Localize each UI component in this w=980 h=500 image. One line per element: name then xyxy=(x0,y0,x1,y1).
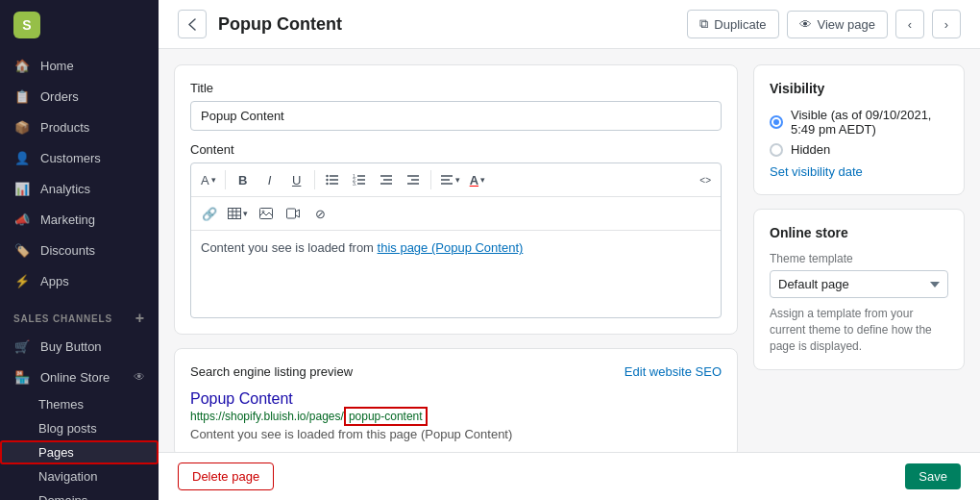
sidebar-item-label: Customers xyxy=(40,151,101,165)
seo-card: Search engine listing preview Edit websi… xyxy=(174,348,738,452)
sidebar-sub-navigation[interactable]: Navigation xyxy=(0,464,159,488)
table-dropdown[interactable]: ▾ xyxy=(224,206,252,221)
clear-format-button[interactable]: ⊘ xyxy=(307,201,332,226)
sidebar-item-label: Discounts xyxy=(40,243,95,258)
view-page-button[interactable]: 👁 View page xyxy=(787,11,888,38)
seo-section-header: Search engine listing preview Edit websi… xyxy=(190,364,722,379)
visibility-card: Visibility Visible (as of 09/10/2021, 5:… xyxy=(753,64,965,195)
editor-body[interactable]: Content you see is loaded from this page… xyxy=(191,231,721,317)
divider xyxy=(314,170,315,189)
sidebar-logo: S xyxy=(0,0,159,50)
sidebar-item-products[interactable]: 📦 Products xyxy=(0,112,159,142)
sidebar-item-discounts[interactable]: 🏷️ Discounts xyxy=(0,235,159,265)
save-button[interactable]: Save xyxy=(905,463,961,489)
duplicate-button[interactable]: ⧉ Duplicate xyxy=(687,10,778,38)
edit-seo-link[interactable]: Edit website SEO xyxy=(625,364,722,379)
indent-button[interactable] xyxy=(401,167,426,192)
main-panel: Title Content A ▾ B I U xyxy=(174,64,738,437)
sidebar-item-label: Products xyxy=(40,120,89,135)
seo-section-label: Search engine listing preview xyxy=(190,364,353,379)
shopify-logo-icon: S xyxy=(13,12,40,38)
online-store-icon: 🏪 xyxy=(13,368,31,386)
online-store-card: Online store Theme template Default page… xyxy=(753,209,965,370)
prev-page-button[interactable]: ‹ xyxy=(895,10,924,38)
home-icon: 🏠 xyxy=(13,57,31,74)
page-title: Popup Content xyxy=(218,14,342,35)
duplicate-icon: ⧉ xyxy=(699,16,708,32)
sidebar-item-marketing[interactable]: 📣 Marketing xyxy=(0,204,159,235)
buy-button-icon: 🛒 xyxy=(13,338,31,355)
ul-button[interactable] xyxy=(320,167,345,192)
content-area: Title Content A ▾ B I U xyxy=(159,49,980,452)
content-editor: A ▾ B I U 1.2.3. xyxy=(190,162,722,318)
image-button[interactable] xyxy=(254,201,279,226)
sidebar-sub-domains[interactable]: Domains xyxy=(0,488,159,500)
add-sales-channel-icon[interactable]: + xyxy=(135,310,145,327)
sidebar-sub-pages[interactable]: Pages xyxy=(0,440,159,464)
sidebar-sub-blog-posts[interactable]: Blog posts xyxy=(0,416,159,440)
sidebar-item-home[interactable]: 🏠 Home xyxy=(0,50,159,81)
sidebar-item-label: Analytics xyxy=(40,182,90,196)
sales-channels-header: SALES CHANNELS + xyxy=(0,296,159,331)
hidden-radio[interactable] xyxy=(770,143,783,157)
sidebar-item-label: Online Store xyxy=(40,370,110,385)
italic-button[interactable]: I xyxy=(257,167,282,192)
svg-point-3 xyxy=(326,175,328,177)
sidebar-sub-themes[interactable]: Themes xyxy=(0,392,159,416)
sidebar-item-label: Marketing xyxy=(40,212,95,227)
discounts-icon: 🏷️ xyxy=(13,241,31,259)
color-dropdown[interactable]: A ▾ xyxy=(466,171,489,189)
right-panel: Visibility Visible (as of 09/10/2021, 5:… xyxy=(753,64,965,437)
sidebar-item-analytics[interactable]: 📊 Analytics xyxy=(0,173,159,204)
main-area: Popup Content ⧉ Duplicate 👁 View page ‹ … xyxy=(159,0,980,500)
sidebar-item-label: Apps xyxy=(40,274,69,288)
video-button[interactable] xyxy=(281,201,306,226)
seo-url-slug: popup-content xyxy=(344,407,428,426)
visible-label: Visible (as of 09/10/2021, 5:49 pm AEDT) xyxy=(791,108,948,137)
sidebar-item-buy-button[interactable]: 🛒 Buy Button xyxy=(0,331,159,362)
delete-page-button[interactable]: Delete page xyxy=(178,462,274,490)
sidebar-item-label: Home xyxy=(40,59,74,73)
marketing-icon: 📣 xyxy=(13,211,31,228)
svg-rect-28 xyxy=(287,209,296,218)
orders-icon: 📋 xyxy=(13,88,31,105)
seo-url: https://shopify.bluish.io/pages/popup-co… xyxy=(190,410,722,423)
outdent-button[interactable] xyxy=(374,167,399,192)
visible-radio[interactable] xyxy=(770,115,783,129)
paragraph-icon: A xyxy=(201,173,209,188)
svg-rect-21 xyxy=(229,209,241,219)
sidebar-item-customers[interactable]: 👤 Customers xyxy=(0,142,159,173)
paragraph-chevron: ▾ xyxy=(211,175,216,185)
sidebar-item-label: Orders xyxy=(40,89,79,104)
sidebar-item-orders[interactable]: 📋 Orders xyxy=(0,81,159,112)
theme-template-label: Theme template xyxy=(770,252,948,265)
content-label: Content xyxy=(190,142,722,157)
title-input[interactable] xyxy=(190,101,722,131)
paragraph-dropdown[interactable]: A ▾ xyxy=(197,171,220,189)
sidebar-item-online-store[interactable]: 🏪 Online Store 👁 xyxy=(0,362,159,392)
eye-icon: 👁 xyxy=(134,370,145,384)
page-footer: Delete page Save xyxy=(159,452,980,500)
underline-button[interactable]: U xyxy=(284,167,309,192)
sidebar: S 🏠 Home 📋 Orders 📦 Products 👤 Customers… xyxy=(0,0,159,500)
visible-option[interactable]: Visible (as of 09/10/2021, 5:49 pm AEDT) xyxy=(770,108,948,137)
toolbar-row-1: A ▾ B I U 1.2.3. xyxy=(191,163,721,197)
link-button[interactable]: 🔗 xyxy=(197,201,222,226)
bold-button[interactable]: B xyxy=(231,167,256,192)
theme-template-select[interactable]: Default page xyxy=(770,270,948,298)
apps-icon: ⚡ xyxy=(13,272,31,289)
page-header: Popup Content ⧉ Duplicate 👁 View page ‹ … xyxy=(159,0,980,49)
editor-link[interactable]: this page (Popup Content) xyxy=(378,240,524,255)
hidden-option[interactable]: Hidden xyxy=(770,142,948,157)
title-label: Title xyxy=(190,81,722,95)
visibility-heading: Visibility xyxy=(770,81,948,96)
align-dropdown[interactable]: ▾ xyxy=(436,172,464,188)
next-page-button[interactable]: › xyxy=(932,10,961,38)
source-button[interactable]: <> xyxy=(696,167,715,192)
back-button[interactable] xyxy=(178,10,207,38)
customers-icon: 👤 xyxy=(13,149,31,166)
ol-button[interactable]: 1.2.3. xyxy=(347,167,372,192)
header-left: Popup Content xyxy=(178,10,342,38)
sidebar-item-apps[interactable]: ⚡ Apps xyxy=(0,265,159,296)
set-visibility-date-link[interactable]: Set visibility date xyxy=(770,164,948,179)
